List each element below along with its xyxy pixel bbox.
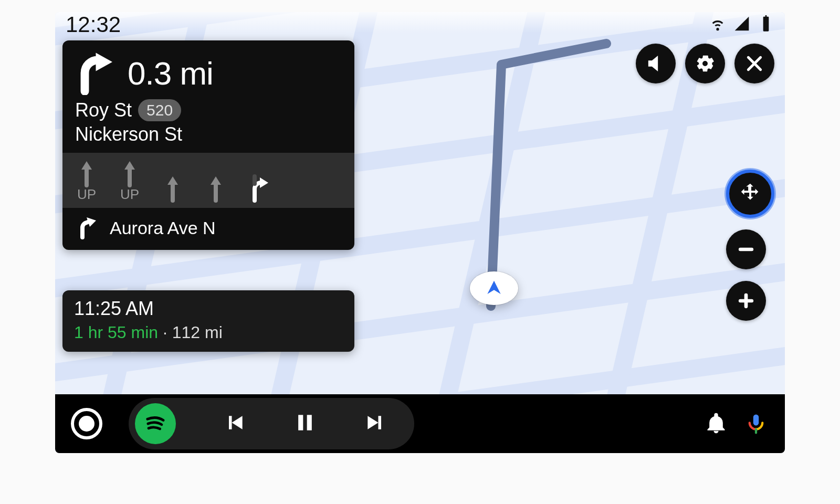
media-next-button[interactable] <box>364 411 387 436</box>
status-clock: 12:32 <box>66 12 121 37</box>
lane-guidance: UP UP <box>62 153 354 208</box>
current-location-marker <box>470 271 518 305</box>
eta-card[interactable]: 11:25 AM 1 hr 55 min · 112 mi <box>62 290 354 352</box>
svg-rect-11 <box>298 415 303 430</box>
lane-straight-icon <box>162 173 183 203</box>
lane-straight-icon: UP <box>119 158 140 203</box>
map-controls <box>726 170 774 321</box>
route-shield: 520 <box>138 99 181 121</box>
home-button[interactable] <box>71 408 102 439</box>
turn-right-icon <box>72 51 116 95</box>
cellular-icon <box>733 15 750 34</box>
lane-right-icon <box>248 173 269 203</box>
battery-charging-icon <box>758 15 774 34</box>
spotify-app-button[interactable] <box>135 403 176 444</box>
next-step: Aurora Ave N <box>62 208 354 250</box>
wifi-icon <box>709 15 726 34</box>
voice-button[interactable] <box>743 411 769 437</box>
slight-right-icon <box>74 214 99 242</box>
svg-rect-12 <box>307 415 312 430</box>
mute-button[interactable] <box>636 44 676 83</box>
cross-street: Nickerson St <box>62 123 354 153</box>
settings-button[interactable] <box>685 44 725 83</box>
lane-straight-icon: UP <box>76 158 97 203</box>
zoom-out-button[interactable] <box>726 229 766 269</box>
system-bar <box>55 394 785 453</box>
eta-arrival-time: 11:25 AM <box>74 298 343 320</box>
eta-duration: 1 hr 55 min <box>74 323 158 342</box>
close-button[interactable] <box>734 44 774 83</box>
map-canvas[interactable]: 12:32 <box>55 12 785 453</box>
eta-distance: 112 mi <box>172 323 223 342</box>
media-pause-button[interactable] <box>293 411 317 436</box>
lane-straight-icon <box>205 173 226 203</box>
notifications-button[interactable] <box>703 411 729 437</box>
svg-rect-13 <box>753 415 759 426</box>
media-player <box>129 398 414 449</box>
next-step-street: Aurora Ave N <box>110 218 216 238</box>
map-action-strip <box>636 44 774 83</box>
turn-card: 0.3 mi Roy St 520 Nickerson St UP UP <box>62 40 354 250</box>
eta-separator: · <box>158 323 172 342</box>
media-prev-button[interactable] <box>223 411 246 436</box>
lane-label: UP <box>77 186 96 203</box>
turn-street: Roy St <box>75 99 132 121</box>
status-icons <box>709 15 774 34</box>
pan-button[interactable] <box>726 170 774 218</box>
zoom-in-button[interactable] <box>726 281 766 321</box>
turn-distance: 0.3 mi <box>128 55 213 92</box>
svg-rect-5 <box>745 294 748 308</box>
lane-label: UP <box>120 186 139 203</box>
svg-rect-3 <box>739 248 753 251</box>
